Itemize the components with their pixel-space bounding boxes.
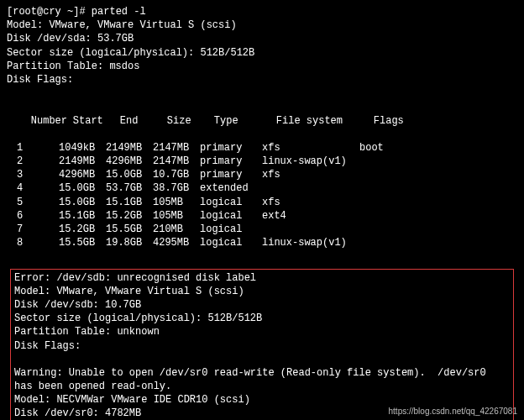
cell-number: 1 <box>7 141 59 155</box>
watermark: https://blog.csdn.net/qq_42267081 <box>389 406 517 417</box>
sdb-flags: Disk Flags: <box>14 339 510 353</box>
cell-end: 2149MB <box>106 141 153 155</box>
cell-type: primary <box>200 155 262 168</box>
cell-start: 1049kB <box>59 141 106 155</box>
cell-number: 4 <box>7 181 59 195</box>
cell-fs: linux-swap(v1) <box>262 236 359 249</box>
cell-type: logical <box>200 236 262 249</box>
col-start: Start <box>73 114 120 128</box>
cell-type: primary <box>200 168 262 181</box>
cell-end: 19.8GB <box>106 236 153 249</box>
table-row: 22149MB4296MB2147MBprimarylinux-swap(v1) <box>7 155 517 168</box>
prompt-host: cry <box>43 6 61 18</box>
table-row: 11049kB2149MB2147MBprimaryxfsboot <box>7 141 517 155</box>
col-end: End <box>120 114 167 128</box>
cell-type: logical <box>200 196 262 209</box>
blank <box>14 353 510 366</box>
col-size: Size <box>167 114 214 128</box>
cell-size: 4295MB <box>153 236 200 249</box>
cell-number: 5 <box>7 196 59 209</box>
col-fs: File system <box>276 114 374 128</box>
table-row: 615.1GB15.2GB105MBlogicalext4 <box>7 209 517 223</box>
col-flags: Flags <box>374 114 416 128</box>
cell-start: 15.1GB <box>59 209 106 223</box>
cell-size: 10.7GB <box>153 168 200 181</box>
prompt-cwd: ~ <box>67 6 73 18</box>
prompt-line: [root@cry ~]# parted -l <box>7 5 517 18</box>
cell-type: logical <box>200 223 262 236</box>
sda-disk: Disk /dev/sda: 53.7GB <box>7 32 517 45</box>
cell-type: extended <box>200 181 262 195</box>
cell-start: 15.0GB <box>59 181 106 195</box>
cell-size: 105MB <box>153 196 200 209</box>
cell-number: 6 <box>7 209 59 223</box>
sdb-ptable: Partition Table: unknown <box>14 325 510 339</box>
sda-sector: Sector size (logical/physical): 512B/512… <box>7 46 517 60</box>
sdb-model: Model: VMware, VMware Virtual S (scsi) <box>14 285 510 298</box>
sda-model: Model: VMware, VMware Virtual S (scsi) <box>7 18 517 32</box>
cell-fs: xfs <box>262 141 359 155</box>
cell-size: 2147MB <box>153 155 200 168</box>
blank <box>7 249 517 263</box>
sdb-error: Error: /dev/sdb: unrecognised disk label <box>14 271 510 285</box>
cell-end: 15.5GB <box>106 223 153 236</box>
col-number: Number <box>31 114 73 128</box>
sda-ptable: Partition Table: msdos <box>7 60 517 73</box>
cell-end: 15.0GB <box>106 168 153 181</box>
cell-start: 15.5GB <box>59 236 106 249</box>
cell-size: 105MB <box>153 209 200 223</box>
cell-type: logical <box>200 209 262 223</box>
cell-start: 15.0GB <box>59 196 106 209</box>
table-row: 515.0GB15.1GB105MBlogicalxfs <box>7 196 517 209</box>
error-box: Error: /dev/sdb: unrecognised disk label… <box>10 269 514 420</box>
cell-end: 15.2GB <box>106 209 153 223</box>
sda-flags: Disk Flags: <box>7 73 517 87</box>
cell-fs: xfs <box>262 168 359 181</box>
col-type: Type <box>214 114 276 128</box>
table-row: 34296MB15.0GB10.7GBprimaryxfs <box>7 168 517 181</box>
cell-number: 7 <box>7 223 59 236</box>
cell-size: 210MB <box>153 223 200 236</box>
partition-header: NumberStartEndSizeTypeFile systemFlags <box>7 100 517 141</box>
cell-start: 4296MB <box>59 168 106 181</box>
cell-fs: xfs <box>262 196 359 209</box>
cell-size: 2147MB <box>153 141 200 155</box>
table-row: 715.2GB15.5GB210MBlogical <box>7 223 517 236</box>
cell-type: primary <box>200 141 262 155</box>
sr0-warn1: Warning: Unable to open /dev/sr0 read-wr… <box>14 366 510 380</box>
cell-fs: ext4 <box>262 209 359 223</box>
table-row: 415.0GB53.7GB38.7GBextended <box>7 181 517 195</box>
sdb-disk: Disk /dev/sdb: 10.7GB <box>14 298 510 312</box>
sr0-warn2: has been opened read-only. <box>14 380 510 393</box>
cell-end: 4296MB <box>106 155 153 168</box>
cell-end: 53.7GB <box>106 181 153 195</box>
sdb-sector: Sector size (logical/physical): 512B/512… <box>14 312 510 325</box>
cell-start: 2149MB <box>59 155 106 168</box>
cell-flags: boot <box>359 141 401 155</box>
cell-start: 15.2GB <box>59 223 106 236</box>
partition-rows: 11049kB2149MB2147MBprimaryxfsboot22149MB… <box>7 141 517 250</box>
cell-fs: linux-swap(v1) <box>262 155 359 168</box>
cell-number: 8 <box>7 236 59 249</box>
prompt-user: root <box>13 6 37 18</box>
cell-end: 15.1GB <box>106 196 153 209</box>
cell-number: 2 <box>7 155 59 168</box>
terminal[interactable]: [root@cry ~]# parted -l Model: VMware, V… <box>0 0 524 420</box>
cell-size: 38.7GB <box>153 181 200 195</box>
cell-number: 3 <box>7 168 59 181</box>
command: parted -l <box>92 6 146 18</box>
table-row: 815.5GB19.8GB4295MBlogicallinux-swap(v1) <box>7 236 517 249</box>
blank <box>7 87 517 100</box>
